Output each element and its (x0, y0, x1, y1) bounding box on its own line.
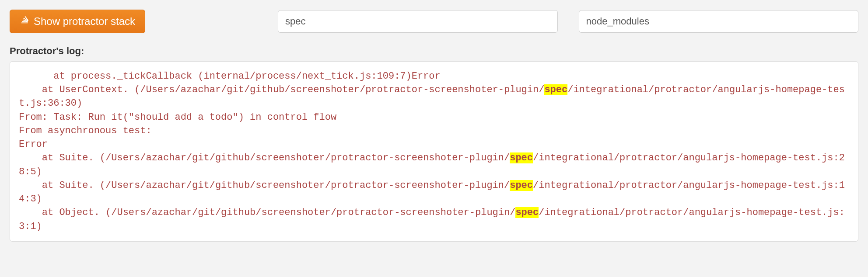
show-stack-button-label: Show protractor stack (34, 15, 135, 28)
log-output: at process._tickCallback (internal/proce… (10, 61, 858, 242)
highlight-match: spec (510, 152, 533, 163)
highlight-match: spec (510, 180, 533, 191)
toolbar-row: Show protractor stack (10, 10, 858, 33)
stack-icon (20, 15, 29, 28)
highlight-match: spec (515, 207, 539, 218)
filter-include-input[interactable] (278, 10, 557, 33)
filter-exclude-input[interactable] (579, 10, 858, 33)
log-title: Protractor's log: (10, 45, 858, 57)
highlight-match: spec (544, 84, 567, 95)
show-stack-button[interactable]: Show protractor stack (10, 10, 145, 33)
